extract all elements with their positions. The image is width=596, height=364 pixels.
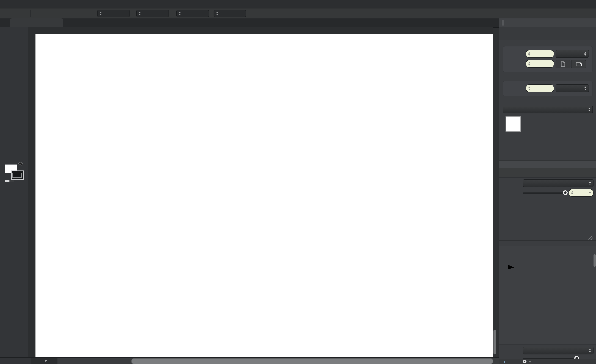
gear-menu-dropdown-icon[interactable] [529, 362, 531, 363]
portrait-page-button[interactable] [556, 60, 570, 68]
opacity-input[interactable] [569, 189, 594, 197]
blending-dropdown[interactable] [523, 347, 594, 354]
status-bar [0, 357, 499, 364]
close-window-button[interactable] [4, 2, 8, 6]
layers-list [499, 246, 596, 344]
scale-unit-dropdown[interactable] [556, 84, 589, 92]
canvas[interactable] [36, 34, 493, 357]
vertical-scrollbar-thumb[interactable] [493, 330, 496, 354]
horizontal-scrollbar-thumb[interactable] [131, 358, 493, 364]
canvas-horizontal-scrollbar[interactable] [58, 358, 499, 364]
x-input[interactable] [97, 10, 130, 17]
toolbar [0, 8, 596, 19]
width-input[interactable] [176, 10, 209, 17]
canvas-vertical-scrollbar[interactable] [493, 34, 497, 357]
separator [80, 10, 80, 17]
document-tabbar [0, 18, 499, 28]
canvas-unit-dropdown[interactable] [556, 50, 589, 58]
horizontal-ruler [36, 27, 493, 34]
opacity-slider[interactable] [523, 192, 566, 194]
layers-button-bar: + − [499, 359, 596, 364]
titlebar [0, 0, 596, 9]
background-color-swatch[interactable] [506, 116, 521, 132]
properties-tab-icons [499, 27, 596, 40]
properties-header [499, 18, 596, 28]
tool-palette [0, 27, 29, 357]
layers-scrollbar-thumb[interactable] [594, 254, 596, 267]
scale-section-box [503, 81, 593, 96]
zoom-level-control[interactable] [31, 358, 58, 364]
app-window: + − [0, 0, 596, 364]
landscape-page-button[interactable] [571, 60, 586, 68]
vertical-ruler [28, 34, 36, 357]
tab-maceira[interactable] [10, 18, 63, 27]
appearance-header [499, 160, 596, 168]
zoom-window-button[interactable] [16, 2, 20, 6]
appearance-tab-icons [499, 168, 596, 178]
map-drawing [36, 34, 493, 357]
height-input[interactable] [214, 10, 246, 17]
y-input[interactable] [136, 10, 169, 17]
zoom-dropdown-icon [45, 360, 47, 362]
color-wells[interactable] [4, 161, 24, 182]
remove-layer-button[interactable]: − [513, 359, 516, 364]
default-colors-icon [5, 180, 9, 182]
blend-dropdown[interactable] [523, 179, 594, 187]
add-layer-button[interactable]: + [503, 359, 506, 364]
effects-list [499, 200, 596, 234]
opacity-slider-knob[interactable] [563, 190, 568, 195]
properties-panel: + − [499, 18, 596, 364]
scale-value-input[interactable] [526, 84, 554, 92]
canvas-section-box [503, 46, 593, 72]
layers-header [499, 240, 596, 246]
layers-divider [580, 246, 580, 344]
swap-colors-icon [18, 162, 23, 166]
add-effect-bar [499, 234, 596, 241]
gear-menu-button[interactable] [522, 359, 527, 364]
background-type-dropdown[interactable] [503, 106, 593, 113]
canvas-height-input[interactable] [526, 60, 554, 68]
minimize-window-button[interactable] [10, 2, 14, 6]
ruler-corner [28, 27, 36, 34]
canvas-width-input[interactable] [526, 50, 554, 58]
resize-grip-icon[interactable] [588, 235, 593, 240]
panel-grip[interactable] [500, 20, 504, 26]
separator [30, 10, 30, 17]
